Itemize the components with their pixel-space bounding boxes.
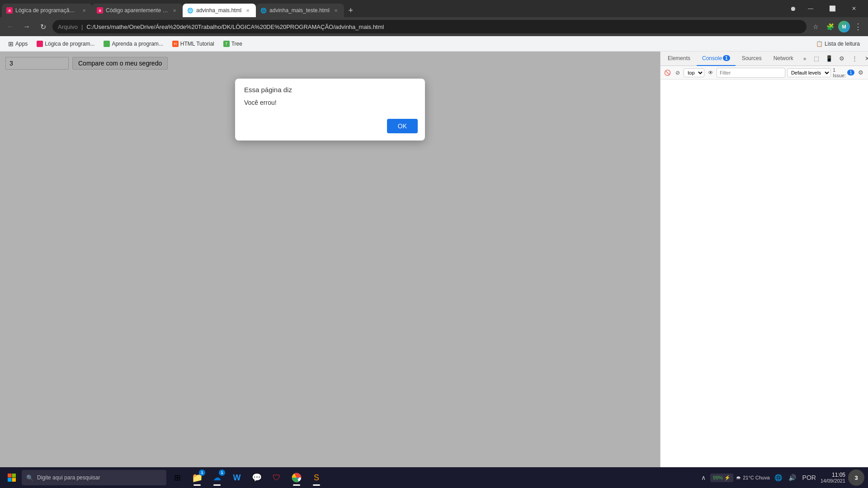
tabs-area: a Lógica de programação I: Aula 9 ✕ a Có… bbox=[0, 0, 783, 17]
bookmark-html[interactable]: H HTML Tutorial bbox=[169, 39, 218, 49]
battery-lightning: ⚡ bbox=[724, 475, 731, 480]
devtools-device-icon[interactable]: 📱 bbox=[823, 53, 835, 65]
address-bar[interactable]: Arquivo | C:/Users/mathe/OneDrive/Área%2… bbox=[52, 20, 807, 33]
menu-icon[interactable]: ⋮ bbox=[852, 20, 864, 33]
taskbar-sublime[interactable]: S bbox=[307, 469, 326, 487]
tab-2-label: Código aparentemente idêntico bbox=[106, 7, 168, 14]
tab-1[interactable]: a Lógica de programação I: Aula 9 ✕ bbox=[2, 4, 92, 17]
bookmark-aprenda[interactable]: Aprenda a program... bbox=[100, 39, 166, 49]
console-badge: 1 bbox=[723, 55, 730, 61]
taskbar-date: 14/09/2021 bbox=[821, 478, 845, 483]
devtools-menu-icon[interactable]: ⋮ bbox=[849, 53, 860, 65]
record-icon[interactable]: ⏺ bbox=[787, 2, 799, 15]
tab-2[interactable]: a Código aparentemente idêntico ✕ bbox=[92, 4, 183, 17]
reading-list-label: Lista de leitura bbox=[825, 41, 860, 47]
webpage-area: Compare com o meu segredo Essa página di… bbox=[0, 52, 660, 467]
tab-2-favicon: a bbox=[97, 7, 103, 14]
devtools-tab-sources[interactable]: Sources bbox=[736, 52, 767, 66]
forward-button[interactable]: → bbox=[20, 20, 33, 33]
tab-3-close[interactable]: ✕ bbox=[244, 7, 251, 14]
devtools-tab-console[interactable]: Console 1 bbox=[697, 52, 736, 66]
taskbar-chrome[interactable] bbox=[288, 469, 306, 487]
weather-text: 21°C Chuva bbox=[743, 475, 769, 480]
dialog-box: Essa página diz Você errou! OK bbox=[235, 79, 425, 141]
taskbar-word[interactable]: W bbox=[228, 469, 246, 487]
console-filter-icon[interactable]: ⊘ bbox=[674, 67, 682, 78]
devtools-more-tabs[interactable]: » bbox=[800, 52, 810, 66]
sublime-indicator bbox=[313, 484, 320, 486]
tab-4-close[interactable]: ✕ bbox=[332, 7, 340, 14]
taskbar-onedrive[interactable]: ☁ 1 bbox=[208, 469, 226, 487]
title-bar: a Lógica de programação I: Aula 9 ✕ a Có… bbox=[0, 0, 868, 17]
network-icon[interactable]: 🌐 bbox=[773, 472, 784, 483]
devtools-settings-icon[interactable]: ⚙ bbox=[836, 53, 848, 65]
reading-list-button[interactable]: 📋 Lista de leitura bbox=[812, 39, 863, 49]
taskbar-mcafee[interactable]: 🛡 bbox=[268, 469, 286, 487]
issue-count: 1 bbox=[847, 70, 854, 75]
fileexplorer-indicator bbox=[193, 484, 201, 486]
tab-4[interactable]: 🌐 advinha_mais_teste.html ✕ bbox=[256, 4, 344, 17]
onedrive-indicator bbox=[213, 484, 221, 486]
taskbar-search[interactable]: 🔍 Digite aqui para pesquisar bbox=[22, 470, 166, 485]
close-button[interactable]: ✕ bbox=[844, 0, 864, 17]
address-url: C:/Users/mathe/OneDrive/Área%20de%20Trab… bbox=[86, 23, 384, 30]
taskbar-time: 11:05 bbox=[821, 472, 845, 478]
taskbar-taskview[interactable]: ⊞ bbox=[168, 469, 186, 487]
taskbar-fileexplorer[interactable]: 📁 1 bbox=[188, 469, 206, 487]
bookmark-logica-favicon bbox=[37, 41, 43, 47]
devtools-toolbar: Elements Console 1 Sources Network » ⬚ 📱… bbox=[660, 52, 868, 66]
console-clear-icon[interactable]: 🚫 bbox=[663, 67, 672, 78]
profile-avatar[interactable]: M bbox=[838, 21, 850, 33]
bookmark-tree[interactable]: T Tree bbox=[220, 39, 246, 49]
maximize-button[interactable]: ⬜ bbox=[822, 0, 843, 17]
bookmarks-bar: ⊞ Apps Lógica de program... Aprenda a pr… bbox=[0, 36, 868, 52]
volume-icon[interactable]: 🔊 bbox=[787, 472, 798, 483]
devtools-tab-network[interactable]: Network bbox=[768, 52, 799, 66]
svg-rect-0 bbox=[8, 474, 12, 478]
back-button[interactable]: ← bbox=[4, 20, 17, 33]
minimize-button[interactable]: — bbox=[800, 0, 821, 17]
dialog-ok-button[interactable]: OK bbox=[387, 119, 418, 133]
svg-rect-1 bbox=[12, 474, 16, 478]
taskbar: 🔍 Digite aqui para pesquisar ⊞ 📁 1 ☁ 1 W… bbox=[0, 467, 868, 488]
reload-button[interactable]: ↻ bbox=[36, 20, 50, 33]
devtools-close-icon[interactable]: ✕ bbox=[861, 53, 868, 65]
bookmark-tree-favicon: T bbox=[223, 41, 230, 47]
discord-icon: 💬 bbox=[252, 473, 262, 483]
console-level-select[interactable]: Default levels bbox=[787, 68, 831, 77]
windows-logo-icon bbox=[7, 473, 16, 482]
devtools-inspect-icon[interactable]: ⬚ bbox=[811, 53, 822, 65]
bookmark-apps[interactable]: ⊞ Apps bbox=[5, 38, 31, 49]
tab-3-label: advinha_mais.html bbox=[196, 7, 241, 14]
bookmark-html-label: HTML Tutorial bbox=[180, 41, 214, 47]
console-context-select[interactable]: top bbox=[684, 68, 704, 77]
tab-3[interactable]: 🌐 advinha_mais.html ✕ bbox=[183, 4, 256, 17]
bookmark-aprenda-label: Aprenda a program... bbox=[112, 41, 163, 47]
fileexplorer-badge: 1 bbox=[199, 469, 205, 476]
tab-1-close[interactable]: ✕ bbox=[80, 7, 88, 14]
console-eye-icon[interactable]: 👁 bbox=[706, 67, 715, 78]
bookmark-logica-label: Lógica de program... bbox=[45, 41, 94, 47]
taskview-icon: ⊞ bbox=[174, 473, 181, 483]
console-settings-icon[interactable]: ⚙ bbox=[856, 67, 865, 79]
arrow-up-icon[interactable]: ∧ bbox=[699, 472, 708, 483]
dialog-overlay: Essa página diz Você errou! OK bbox=[0, 52, 660, 467]
taskbar-discord[interactable]: 💬 bbox=[248, 469, 266, 487]
extensions-icon[interactable]: 🧩 bbox=[824, 20, 836, 33]
dialog-header: Essa página diz bbox=[235, 79, 425, 97]
tab-1-favicon: a bbox=[6, 7, 13, 14]
tab-2-close[interactable]: ✕ bbox=[171, 7, 178, 14]
console-filter-input[interactable] bbox=[717, 68, 785, 78]
start-button[interactable] bbox=[4, 469, 20, 486]
dialog-footer: OK bbox=[235, 115, 425, 141]
devtools-tab-elements[interactable]: Elements bbox=[662, 52, 696, 66]
apps-label: Apps bbox=[15, 41, 28, 47]
new-tab-button[interactable]: + bbox=[344, 4, 358, 17]
tab-4-favicon: 🌐 bbox=[260, 7, 267, 14]
taskbar-clock[interactable]: 11:05 14/09/2021 bbox=[821, 472, 845, 483]
bookmark-logica[interactable]: Lógica de program... bbox=[33, 39, 98, 49]
onedrive-badge: 1 bbox=[219, 469, 225, 476]
apps-grid-icon: ⊞ bbox=[8, 40, 14, 47]
bookmark-star-icon[interactable]: ☆ bbox=[809, 20, 822, 33]
notification-button[interactable]: 3 bbox=[848, 469, 864, 486]
